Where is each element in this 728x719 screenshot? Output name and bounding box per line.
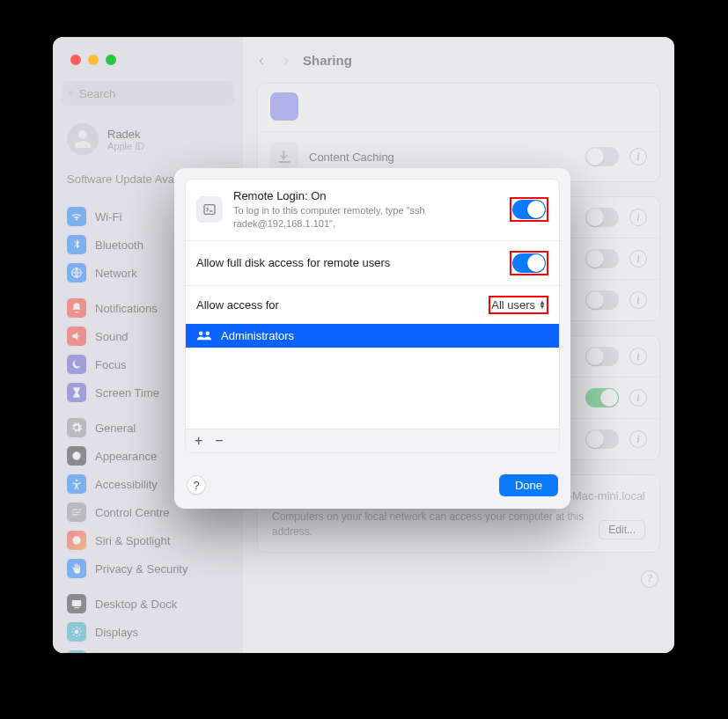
remove-user-button[interactable]: −	[215, 433, 223, 449]
remote-login-modal: Remote Login: On To log in to this compu…	[174, 168, 570, 509]
users-icon	[196, 329, 212, 341]
full-disk-label: Allow full disk access for remote users	[196, 256, 499, 269]
user-list-empty	[186, 348, 559, 429]
remote-login-title: Remote Login: On	[233, 189, 499, 202]
zoom-window-button[interactable]	[106, 55, 116, 65]
svg-point-9	[199, 332, 203, 336]
full-disk-toggle[interactable]	[512, 253, 546, 273]
highlight-access-select: All users ▲▼	[489, 296, 548, 314]
svg-rect-8	[204, 205, 215, 215]
chevron-updown-icon: ▲▼	[539, 300, 546, 309]
user-list-item[interactable]: Administrators	[186, 324, 559, 348]
window-controls	[70, 55, 116, 65]
list-footer: + −	[186, 429, 559, 452]
remote-login-toggle[interactable]	[512, 200, 546, 219]
highlight-remote-toggle	[510, 197, 548, 222]
svg-point-10	[206, 332, 210, 336]
highlight-fulldisk-toggle	[510, 251, 548, 275]
done-button[interactable]: Done	[499, 474, 558, 496]
allow-access-label: Allow access for	[196, 298, 279, 312]
allow-access-select[interactable]: All users ▲▼	[491, 298, 546, 312]
user-list: Administrators	[186, 324, 559, 429]
terminal-icon	[196, 196, 223, 223]
remote-login-desc: To log in to this computer remotely, typ…	[233, 204, 499, 231]
add-user-button[interactable]: +	[195, 433, 202, 449]
minimize-window-button[interactable]	[88, 55, 99, 65]
close-window-button[interactable]	[70, 55, 81, 65]
modal-help-button[interactable]: ?	[187, 475, 206, 495]
modal-card: Remote Login: On To log in to this compu…	[185, 179, 560, 453]
